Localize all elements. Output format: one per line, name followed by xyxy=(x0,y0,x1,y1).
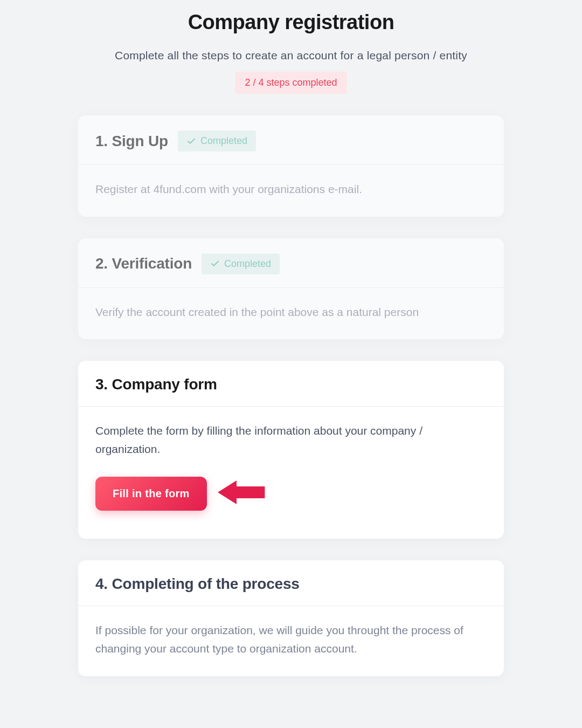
step-card-completing: 4. Completing of the process If possible… xyxy=(78,560,504,676)
step-title: 2. Verification xyxy=(95,255,192,272)
completed-label: Completed xyxy=(200,135,247,147)
step-description: Register at 4fund.com with your organiza… xyxy=(95,180,487,198)
step-description: Complete the form by filling the informa… xyxy=(95,422,487,458)
completed-badge: Completed xyxy=(202,253,280,274)
page-title: Company registration xyxy=(78,11,504,34)
step-header: 3. Company form xyxy=(78,361,504,407)
step-description: If possible for your organization, we wi… xyxy=(95,621,487,657)
step-card-signup: 1. Sign Up Completed Register at 4fund.c… xyxy=(78,115,504,217)
fill-form-button[interactable]: Fill in the form xyxy=(95,477,207,511)
page-container: Company registration Complete all the st… xyxy=(78,11,504,676)
step-description: Verify the account created in the point … xyxy=(95,303,487,321)
step-body: Register at 4fund.com with your organiza… xyxy=(78,165,504,217)
step-header: 2. Verification Completed xyxy=(78,238,504,288)
progress-badge: 2 / 4 steps completed xyxy=(235,72,347,94)
action-row: Fill in the form xyxy=(95,475,487,512)
completed-label: Completed xyxy=(224,258,271,270)
check-icon xyxy=(186,136,196,146)
step-card-verification: 2. Verification Completed Verify the acc… xyxy=(78,238,504,340)
step-body: If possible for your organization, we wi… xyxy=(78,606,504,676)
svg-marker-0 xyxy=(218,480,265,504)
step-header: 1. Sign Up Completed xyxy=(78,115,504,165)
step-body: Verify the account created in the point … xyxy=(78,288,504,340)
step-body: Complete the form by filling the informa… xyxy=(78,407,504,539)
step-card-company-form: 3. Company form Complete the form by fil… xyxy=(78,361,504,539)
step-header: 4. Completing of the process xyxy=(78,560,504,606)
step-title: 4. Completing of the process xyxy=(95,575,300,593)
arrow-left-icon xyxy=(218,475,267,512)
page-subtitle: Complete all the steps to create an acco… xyxy=(78,49,504,62)
step-title: 3. Company form xyxy=(95,376,217,393)
check-icon xyxy=(210,259,220,269)
step-title: 1. Sign Up xyxy=(95,133,168,150)
completed-badge: Completed xyxy=(178,131,256,152)
